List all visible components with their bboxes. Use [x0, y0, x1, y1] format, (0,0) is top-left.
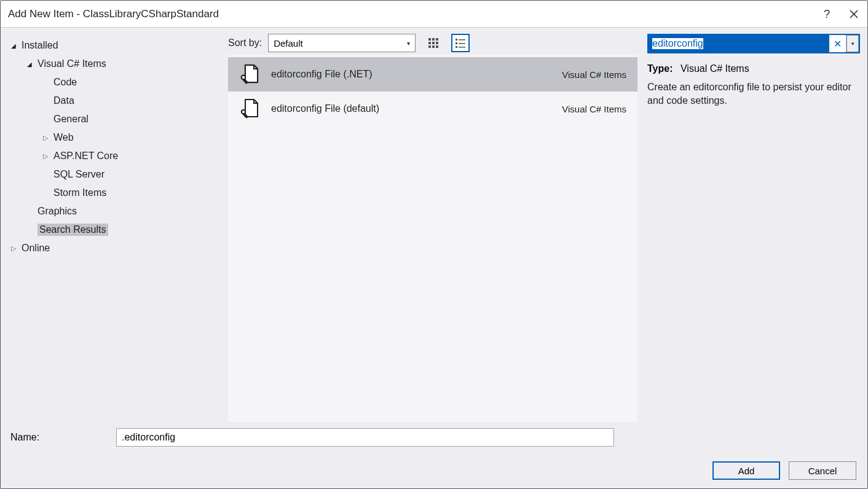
tree-item[interactable]: Code: [7, 73, 223, 92]
svg-rect-7: [436, 42, 438, 44]
svg-rect-12: [459, 39, 465, 41]
svg-rect-3: [432, 38, 435, 41]
toolbar: Sort by: Default ▾: [228, 28, 640, 55]
name-input[interactable]: [116, 428, 614, 447]
svg-rect-14: [459, 43, 465, 44]
tree-item[interactable]: Installed: [7, 36, 223, 55]
tree-item[interactable]: Data: [7, 92, 223, 110]
tree-item[interactable]: SQL Server: [7, 165, 223, 184]
name-label: Name:: [10, 432, 109, 443]
close-icon: [850, 10, 858, 18]
search-box: ✕ ▾: [647, 34, 860, 53]
bottom-bar: Name: Add Cancel: [1, 422, 867, 488]
svg-rect-5: [428, 42, 431, 44]
svg-rect-4: [436, 38, 438, 41]
details-type-value: Visual C# Items: [681, 63, 749, 74]
sort-by-label: Sort by:: [228, 37, 262, 49]
tree-item[interactable]: Visual C# Items: [7, 55, 223, 73]
tree-item[interactable]: Web: [7, 128, 223, 147]
search-clear-button[interactable]: ✕: [829, 35, 846, 52]
search-dropdown-button[interactable]: ▾: [846, 35, 859, 52]
window-buttons: ?: [813, 1, 867, 27]
file-wrench-icon: [238, 98, 260, 120]
content-area: InstalledVisual C# ItemsCodeDataGeneralW…: [1, 28, 867, 422]
close-icon: ✕: [834, 38, 842, 50]
close-button[interactable]: [840, 1, 867, 28]
tree-item-label: Code: [53, 77, 77, 88]
add-button[interactable]: Add: [712, 461, 780, 480]
svg-point-19: [242, 110, 245, 114]
grid-view-button[interactable]: [424, 34, 443, 52]
tree-item[interactable]: Online: [7, 239, 223, 257]
tree-arrow-icon[interactable]: [9, 42, 18, 49]
sort-by-select[interactable]: Default ▾: [268, 34, 416, 52]
tree-item[interactable]: Storm Items: [7, 184, 223, 202]
svg-rect-10: [436, 45, 438, 48]
tree-item-label: Storm Items: [53, 187, 106, 198]
category-tree: InstalledVisual C# ItemsCodeDataGeneralW…: [1, 28, 228, 422]
add-new-item-dialog: Add New Item - ClassLibraryCSharpStandar…: [0, 0, 868, 489]
window-title: Add New Item - ClassLibraryCSharpStandar…: [8, 8, 219, 20]
tree-item[interactable]: Graphics: [7, 202, 223, 221]
template-category: Visual C# Items: [562, 104, 626, 114]
svg-rect-11: [456, 39, 457, 41]
button-row: Add Cancel: [10, 461, 858, 480]
tree-item-label: Installed: [22, 40, 58, 51]
tree-item-label: Online: [22, 243, 50, 254]
details-type-line: Type: Visual C# Items: [647, 63, 860, 74]
tree-item-label: General: [53, 114, 89, 125]
tree-item[interactable]: ASP.NET Core: [7, 147, 223, 165]
tree-item-label: Data: [53, 95, 74, 106]
titlebar: Add New Item - ClassLibraryCSharpStandar…: [1, 1, 867, 28]
template-name: editorconfig File (default): [271, 103, 562, 114]
svg-rect-15: [456, 46, 457, 48]
svg-rect-6: [432, 42, 435, 44]
list-view-button[interactable]: [451, 34, 470, 52]
template-category: Visual C# Items: [562, 69, 626, 80]
tree-arrow-icon[interactable]: [41, 134, 50, 142]
chevron-down-icon: ▾: [851, 41, 854, 47]
svg-rect-2: [428, 38, 431, 41]
tree-item[interactable]: General: [7, 110, 223, 128]
svg-rect-8: [428, 45, 431, 48]
tree-item-label: ASP.NET Core: [53, 151, 118, 162]
chevron-down-icon: ▾: [407, 40, 410, 47]
svg-point-17: [242, 76, 245, 79]
name-row: Name:: [10, 428, 858, 447]
tree-arrow-icon[interactable]: [9, 244, 18, 252]
svg-rect-13: [456, 42, 457, 44]
tree-item-label: Graphics: [37, 206, 77, 217]
svg-rect-9: [432, 45, 435, 48]
tree-item-label: Web: [53, 132, 74, 143]
tree-item-label: SQL Server: [53, 169, 105, 180]
search-input[interactable]: [649, 35, 829, 52]
tree-item-label: Visual C# Items: [37, 58, 106, 69]
help-button[interactable]: ?: [813, 1, 840, 28]
center-pane: Sort by: Default ▾: [228, 28, 640, 422]
sort-by-value: Default: [274, 38, 303, 49]
details-pane: ✕ ▾ Type: Visual C# Items Create an edit…: [640, 28, 867, 422]
grid-icon: [428, 37, 439, 49]
details-description: Create an editorconfig file to persist y…: [647, 80, 860, 108]
tree-arrow-icon[interactable]: [25, 60, 34, 68]
tree-item[interactable]: Search Results: [7, 221, 223, 239]
svg-rect-16: [459, 47, 465, 48]
template-name: editorconfig File (.NET): [271, 69, 562, 80]
template-row[interactable]: editorconfig File (default)Visual C# Ite…: [228, 92, 637, 126]
cancel-button[interactable]: Cancel: [789, 461, 856, 480]
details-type-label: Type:: [647, 63, 673, 74]
list-icon: [455, 37, 466, 49]
template-list: editorconfig File (.NET)Visual C# Items …: [228, 55, 637, 422]
file-wrench-icon: [238, 63, 260, 85]
tree-item-label: Search Results: [37, 224, 108, 236]
tree-arrow-icon[interactable]: [41, 152, 50, 160]
template-row[interactable]: editorconfig File (.NET)Visual C# Items: [228, 57, 637, 92]
